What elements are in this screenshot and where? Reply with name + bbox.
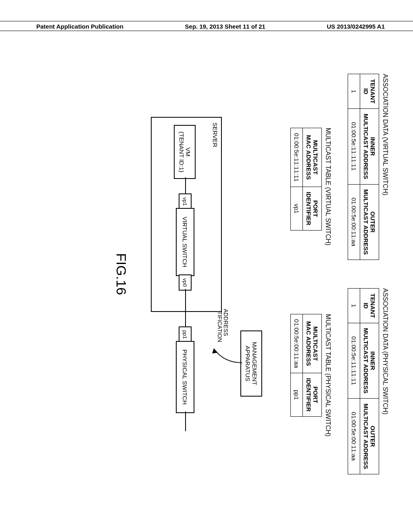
management-apparatus-box: MANAGEMENT APPARATUS — [240, 330, 262, 397]
col-outer-mc: OUTER MULTICAST ADDRESS — [360, 399, 379, 474]
col-tenant-id: TENANT ID — [360, 289, 379, 323]
mcast-physical-block: MULTICAST TABLE (PHYSICAL SWITCH) MULTIC… — [290, 314, 332, 436]
pp1-port: pp1 — [179, 326, 192, 343]
multicast-tables-row: MULTICAST TABLE (VIRTUAL SWITCH) MULTICA… — [290, 69, 332, 480]
vm-box: VM (TENANT ID:1) — [174, 125, 196, 179]
table-row: 1 01:00:5e:11:11:11 01:00:5e:00:11:aa — [348, 74, 360, 260]
assoc-physical-table: TENANT ID INNER MULTICAST ADDRESS OUTER … — [348, 288, 379, 474]
table-row: 1 01:00:5e:11:11:11 01:00:5e:00:11:aa — [348, 289, 360, 474]
server-label: SERVER — [212, 123, 219, 147]
mcast-virtual-block: MULTICAST TABLE (VIRTUAL SWITCH) MULTICA… — [290, 128, 332, 245]
connector-line — [185, 289, 186, 326]
col-inner-mc: INNER MULTICAST ADDRESS — [360, 109, 379, 185]
block-diagram: MANAGEMENT APPARATUS ADDRESS NOTIFICATIO… — [141, 117, 262, 431]
association-tables-row: ASSOCIATION DATA (VIRTUAL SWITCH) TENANT… — [348, 69, 389, 480]
header-right: US 2013/0242995 A1 — [327, 23, 385, 30]
virtual-switch-box: VIRTUAL SWITCH — [176, 208, 194, 276]
table-row: 01:00:5e:11:11:11 vp1 — [291, 128, 303, 230]
col-inner-mc: INNER MULTICAST ADDRESS — [360, 323, 379, 399]
col-mc-mac: MULTICAST MAC ADDRESS — [303, 128, 322, 187]
mcast-virtual-table: MULTICAST MAC ADDRESS PORT IDENTIFIER 01… — [290, 128, 322, 231]
header-center: Sep. 19, 2013 Sheet 11 of 21 — [185, 23, 265, 30]
page-header: Patent Application Publication Sep. 19, … — [0, 21, 413, 31]
col-mc-mac: MULTICAST MAC ADDRESS — [303, 314, 322, 373]
assoc-virtual-table: TENANT ID INNER MULTICAST ADDRESS OUTER … — [348, 74, 379, 260]
col-port-id: PORT IDENTIFIER — [303, 373, 322, 417]
col-port-id: PORT IDENTIFIER — [303, 187, 322, 230]
col-tenant-id: TENANT ID — [360, 74, 379, 109]
physical-switch-box: PHYSICAL SWITCH — [176, 341, 194, 413]
assoc-virtual-caption: ASSOCIATION DATA (VIRTUAL SWITCH) — [382, 74, 389, 195]
assoc-physical-block: ASSOCIATION DATA (PHYSICAL SWITCH) TENAN… — [348, 288, 389, 474]
figure-label: FIG.16 — [113, 253, 129, 295]
arrow-icon — [206, 341, 242, 369]
vp0-port: vp0 — [179, 274, 192, 291]
mcast-virtual-caption: MULTICAST TABLE (VIRTUAL SWITCH) — [324, 128, 332, 245]
mcast-physical-caption: MULTICAST TABLE (PHYSICAL SWITCH) — [324, 314, 332, 436]
header-left: Patent Application Publication — [36, 23, 123, 30]
connector-line — [185, 411, 186, 431]
assoc-virtual-block: ASSOCIATION DATA (VIRTUAL SWITCH) TENANT… — [348, 74, 389, 260]
assoc-physical-caption: ASSOCIATION DATA (PHYSICAL SWITCH) — [382, 288, 389, 414]
col-outer-mc: OUTER MULTICAST ADDRESS — [360, 184, 379, 260]
connector-line — [185, 177, 186, 193]
vp1-port: vp1 — [179, 193, 192, 210]
table-row: 01:00:5e:00:11:aa pp1 — [291, 314, 303, 417]
mcast-physical-table: MULTICAST MAC ADDRESS PORT IDENTIFIER 01… — [290, 314, 322, 417]
